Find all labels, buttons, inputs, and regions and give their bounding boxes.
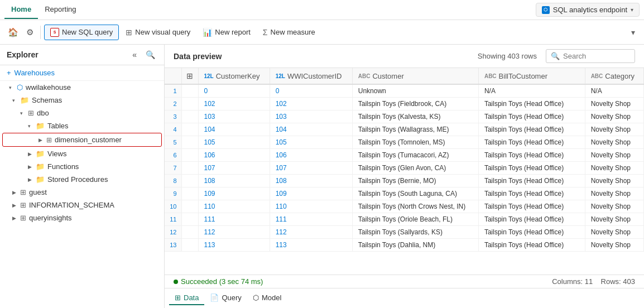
home-icon-button[interactable]: 🏠	[4, 25, 22, 40]
data-pane-header: Data preview Showing 403 rows 🔍	[165, 45, 644, 68]
new-measure-label: New measure	[271, 28, 315, 36]
tree-label: Views	[47, 150, 66, 158]
table-container[interactable]: ⊞ 12L CustomerKey 12L WWICustomerID	[165, 68, 644, 275]
tree-label: INFORMATION_SCHEMA	[29, 201, 114, 209]
row-num: 9	[165, 187, 181, 200]
cell-wwicustomerid: 104	[270, 123, 352, 136]
status-dot	[174, 280, 178, 284]
new-sql-query-label: New SQL query	[62, 28, 113, 36]
expand-arrow-icon: ▶	[12, 190, 20, 195]
col-header-billtocustomer[interactable]: ABC BillToCustomer	[478, 68, 585, 84]
tree-item-views[interactable]: ▶ 📁 Views	[0, 147, 164, 160]
table-row: 4 104 104 Tailspin Toys (Wallagrass, ME)…	[165, 123, 644, 136]
table-row: 10 110 110 Tailspin Toys (North Crows Ne…	[165, 200, 644, 213]
endpoint-label: SQL analytics endpoint	[553, 6, 627, 14]
col-header-wwicustomerid[interactable]: 12L WWICustomerID	[270, 68, 352, 84]
new-visual-query-label: New visual query	[135, 28, 190, 36]
tab-query[interactable]: 📄 Query	[204, 291, 247, 305]
tree-item-stored-procedures[interactable]: ▶ 📁 Stored Procedures	[0, 173, 164, 186]
col-header-category[interactable]: ABC Category	[585, 68, 643, 84]
expand-arrow-icon: ▶	[28, 164, 36, 170]
new-measure-button[interactable]: Σ New measure	[257, 25, 321, 40]
cell-wwicustomerid: 113	[270, 239, 352, 252]
tab-reporting[interactable]: Reporting	[38, 1, 83, 19]
grid-icon: ⊞	[175, 293, 181, 302]
functions-label: Functions	[47, 162, 79, 171]
cell-customerkey: 106	[198, 149, 270, 162]
cell-wwicustomerid: 112	[270, 226, 352, 239]
row-grid	[181, 226, 198, 239]
expand-arrow-icon: ▶	[39, 137, 46, 143]
new-report-button[interactable]: 📊 New report	[197, 25, 256, 40]
cell-wwicustomerid: 106	[270, 149, 352, 162]
status-success: Succeeded (3 sec 74 ms)	[174, 277, 263, 286]
toolbar-expand[interactable]: ▾	[627, 26, 640, 39]
table-icon: ⊞	[46, 136, 52, 144]
table-row: 7 107 107 Tailspin Toys (Glen Avon, CA) …	[165, 162, 644, 175]
row-grid	[181, 84, 198, 98]
tree-label: queryinsights	[29, 214, 72, 222]
sidebar-search-button[interactable]: 🔍	[143, 49, 157, 60]
search-box[interactable]: 🔍	[546, 49, 635, 63]
row-grid	[181, 98, 198, 110]
cell-category: Novelty Shop	[585, 187, 643, 200]
tree-item-queryinsights[interactable]: ▶ ⊞ queryinsights	[0, 211, 164, 224]
cell-customerkey: 108	[198, 175, 270, 187]
row-num: 10	[165, 200, 181, 213]
cell-category: Novelty Shop	[585, 110, 643, 123]
add-warehouses-button[interactable]: + Warehouses	[0, 65, 164, 81]
cell-customer: Tailspin Toys (Tumacacori, AZ)	[352, 149, 478, 162]
new-sql-query-button[interactable]: S New SQL query	[44, 25, 119, 40]
row-num: 8	[165, 175, 181, 187]
data-pane: Data preview Showing 403 rows 🔍 ⊞	[165, 45, 644, 308]
tree-item-tables[interactable]: ▾ 📁 Tables	[0, 119, 164, 132]
col-header-grid: ⊞	[181, 68, 198, 84]
cell-customer: Tailspin Toys (Fieldbrook, CA)	[352, 98, 478, 110]
cell-customerkey: 109	[198, 187, 270, 200]
row-grid	[181, 123, 198, 136]
tree-item-dbo[interactable]: ▾ ⊞ dbo	[0, 107, 164, 119]
sidebar-collapse-button[interactable]: «	[130, 49, 139, 60]
row-grid	[181, 200, 198, 213]
tree-label: Tables	[47, 122, 69, 130]
tree-item-functions[interactable]: ▶ 📁 Functions	[0, 160, 164, 173]
cell-customerkey: 102	[198, 98, 270, 110]
visual-icon: ⊞	[126, 28, 132, 37]
settings-button[interactable]: ⚙	[23, 25, 37, 40]
plus-icon: +	[7, 69, 11, 77]
cell-customerkey: 113	[198, 239, 270, 252]
tree-item-guest[interactable]: ▶ ⊞ guest	[0, 186, 164, 199]
new-visual-query-button[interactable]: ⊞ New visual query	[120, 25, 196, 40]
new-report-label: New report	[215, 28, 251, 36]
cell-billtocustomer: Tailspin Toys (Head Office)	[478, 110, 585, 123]
cell-customer: Unknown	[352, 84, 478, 98]
cell-billtocustomer: Tailspin Toys (Head Office)	[478, 200, 585, 213]
tree-label: dimension_customer	[55, 136, 122, 144]
tab-data[interactable]: ⊞ Data	[169, 291, 204, 305]
col-header-customerkey[interactable]: 12L CustomerKey	[198, 68, 270, 84]
row-num: 11	[165, 213, 181, 226]
schema-icon: ⊞	[28, 109, 34, 117]
endpoint-button[interactable]: ⬡ SQL analytics endpoint ▾	[536, 3, 640, 17]
tree-item-wwilakehouse[interactable]: ▾ ⬡ wwilakehouse	[0, 81, 164, 94]
col-header-customer[interactable]: ABC Customer	[352, 68, 478, 84]
cell-customerkey: 104	[198, 123, 270, 136]
tree-item-dimension-customer[interactable]: ▶ ⊞ dimension_customer	[2, 133, 162, 147]
model-icon: ⬡	[253, 293, 259, 302]
search-input[interactable]	[563, 52, 630, 60]
cell-wwicustomerid: 108	[270, 175, 352, 187]
cell-customerkey: 112	[198, 226, 270, 239]
cell-customerkey: 105	[198, 136, 270, 149]
tree-item-information-schema[interactable]: ▶ ⊞ INFORMATION_SCHEMA	[0, 199, 164, 211]
tree-item-schemas[interactable]: ▾ 📁 Schemas	[0, 94, 164, 107]
tab-home[interactable]: Home	[4, 1, 38, 19]
expand-arrow-icon: ▾	[20, 110, 28, 116]
tab-model[interactable]: ⬡ Model	[247, 291, 287, 305]
cell-category: Novelty Shop	[585, 98, 643, 110]
folder-icon: 📁	[36, 162, 45, 171]
sidebar-content: + Warehouses ▾ ⬡ wwilakehouse ▾ 📁 Schema…	[0, 65, 164, 308]
toolbar-separator	[40, 26, 41, 39]
sidebar-header: Explorer « 🔍	[0, 45, 164, 65]
sql-icon: S	[50, 28, 59, 37]
cell-customerkey: 0	[198, 84, 270, 98]
